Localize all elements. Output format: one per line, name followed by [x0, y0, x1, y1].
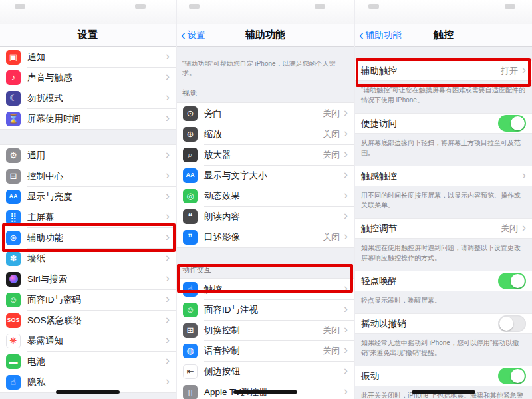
row-side-button[interactable]: ⇤侧边按钮›	[177, 361, 354, 382]
screen-time-icon: ⌛	[6, 112, 21, 126]
toggle-on[interactable]	[498, 115, 526, 132]
touch-screen: ‹辅助功能触控辅助触控打开›“辅助触控”可让您在触摸屏幕有困难或需要自适应配件的…	[355, 0, 532, 399]
row-description: 用不同的时间长度按压屏幕，以显示内容预览、操作或关联菜单。	[355, 186, 532, 218]
row-label: 侧边按钮	[204, 366, 240, 378]
row-exposure-notifications[interactable]: ❋暴露通知›	[0, 331, 176, 351]
row-value: 打开	[501, 65, 518, 77]
row-touch-accommodations[interactable]: 触控调节关闭›	[355, 218, 532, 239]
display-brightness-icon: AA	[6, 190, 21, 204]
row-notifications[interactable]: ▣通知›	[0, 47, 176, 67]
row-label: 旁白	[204, 108, 222, 120]
switch-control-icon: ⊞	[183, 323, 198, 338]
row-display-text-size[interactable]: AA显示与文字大小›	[177, 165, 354, 186]
row-audio-descriptions[interactable]: ❞口述影像关闭›	[177, 227, 354, 247]
row-label: 墙纸	[27, 253, 45, 265]
motion-icon: ◎	[183, 189, 198, 203]
row-label: 显示与文字大小	[204, 170, 267, 182]
toggle-on[interactable]	[498, 368, 526, 384]
chevron-right-icon: ›	[344, 168, 348, 180]
back-label: 设置	[188, 29, 205, 41]
row-sounds-haptics[interactable]: ♪声音与触感›	[0, 67, 176, 88]
row-battery[interactable]: ▬电池›	[0, 351, 176, 372]
row-magnifier[interactable]: ⌕放大器关闭›	[177, 144, 354, 165]
row-value: 关闭	[501, 223, 518, 235]
row-label: 屏幕使用时间	[27, 113, 81, 125]
row-tap-to-wake[interactable]: 轻点唤醒	[355, 271, 532, 291]
chevron-right-icon: ›	[166, 354, 170, 366]
row-value: 关闭	[323, 345, 340, 357]
row-assistivetouch[interactable]: 辅助触控打开›	[355, 61, 532, 81]
row-touch[interactable]: ☝触控›	[177, 279, 354, 299]
voice-control-icon: ◍	[183, 344, 198, 358]
chevron-left-icon: ‹	[359, 28, 364, 41]
row-voice-control[interactable]: ◍语音控制关闭›	[177, 340, 354, 361]
apple-tv-remote-icon: ▯	[183, 385, 198, 399]
row-switch-control[interactable]: ⊞切换控制关闭›	[177, 320, 354, 340]
row-motion[interactable]: ◎动态效果›	[177, 186, 354, 206]
group-gap	[355, 46, 532, 61]
voiceover-icon: ⊙	[183, 106, 198, 121]
row-accessibility[interactable]: ⊛辅助功能›	[0, 227, 176, 248]
settings-group: ⚙通用›⊟控制中心›AA显示与亮度›⣿主屏幕›⊛辅助功能›✽墙纸›Siri与搜索…	[0, 144, 176, 393]
row-face-id-passcode[interactable]: ☺面容ID与密码›	[0, 289, 176, 310]
row-label: 主屏幕	[27, 211, 55, 223]
row-screen-time[interactable]: ⌛屏幕使用时间›	[0, 108, 176, 129]
chevron-right-icon: ›	[344, 385, 348, 397]
home-screen-icon: ⣿	[6, 210, 21, 225]
chevron-right-icon: ›	[166, 293, 170, 305]
row-haptic-touch[interactable]: 触感触控›	[355, 166, 532, 186]
row-wallpaper[interactable]: ✽墙纸›	[0, 248, 176, 269]
chevron-left-icon: ‹	[181, 28, 186, 41]
row-label: Siri与搜索	[27, 273, 67, 285]
row-zoom[interactable]: ⊕缩放关闭›	[177, 124, 354, 144]
row-spoken-content[interactable]: ❝朗读内容›	[177, 206, 354, 227]
chevron-right-icon: ›	[522, 64, 526, 76]
row-label: 语音控制	[204, 345, 240, 357]
back-button[interactable]: ‹设置	[181, 24, 205, 46]
nav-bar: 设置	[0, 24, 176, 47]
row-privacy[interactable]: ☝隐私›	[0, 372, 176, 392]
face-id-attention-icon: ☺	[183, 303, 198, 317]
row-label: 辅助触控	[361, 65, 397, 77]
row-siri-search[interactable]: Siri与搜索›	[0, 269, 176, 289]
row-label: 缩放	[204, 128, 222, 140]
audio-descriptions-icon: ❞	[183, 230, 198, 245]
chevron-right-icon: ›	[344, 344, 348, 356]
wallpaper-icon: ✽	[6, 251, 21, 266]
row-description: 轻点显示器时，唤醒屏幕。	[355, 291, 532, 313]
row-emergency-sos[interactable]: SOSSOS紧急联络›	[0, 310, 176, 331]
row-reachability[interactable]: 便捷访问	[355, 113, 532, 134]
chevron-right-icon: ›	[166, 169, 170, 181]
row-voiceover[interactable]: ⊙旁白关闭›	[177, 103, 354, 124]
back-button[interactable]: ‹辅助功能	[359, 24, 402, 46]
chevron-right-icon: ›	[344, 230, 348, 242]
toggle-off[interactable]	[498, 315, 526, 332]
row-general[interactable]: ⚙通用›	[0, 145, 176, 166]
row-do-not-disturb[interactable]: ☾勿扰模式›	[0, 88, 176, 108]
row-control-center[interactable]: ⊟控制中心›	[0, 166, 176, 186]
battery-icon: ▬	[6, 354, 21, 369]
row-label: 触感触控	[361, 170, 397, 182]
chevron-right-icon: ›	[166, 231, 170, 243]
row-label: 便捷访问	[361, 118, 397, 130]
row-label: 朗读内容	[204, 211, 240, 223]
sounds-haptics-icon: ♪	[6, 70, 21, 85]
touch-icon: ☝	[183, 282, 198, 297]
toggle-on[interactable]	[498, 273, 526, 289]
row-home-screen[interactable]: ⣿主屏幕›	[0, 207, 176, 227]
zoom-icon: ⊕	[183, 127, 198, 142]
row-vibration[interactable]: 振动	[355, 366, 532, 386]
row-shake-to-undo[interactable]: 摇动以撤销	[355, 313, 532, 334]
chevron-right-icon: ›	[166, 375, 170, 387]
page-title: 触控	[434, 29, 454, 41]
accessibility-screen: ‹设置辅助功能“辅助功能”可帮助您自定 iPhone，以满足您的个人需求。视觉⊙…	[177, 0, 354, 399]
toggle-knob	[511, 116, 525, 130]
chevron-right-icon: ›	[166, 70, 170, 82]
accessibility-icon: ⊛	[6, 231, 21, 245]
row-face-id-attention[interactable]: ☺面容ID与注视›	[177, 299, 354, 320]
home-indicator	[233, 390, 297, 394]
chevron-right-icon: ›	[522, 169, 526, 181]
page-title: 辅助功能	[245, 29, 285, 41]
chevron-right-icon: ›	[344, 303, 348, 315]
row-display-brightness[interactable]: AA显示与亮度›	[0, 186, 176, 207]
